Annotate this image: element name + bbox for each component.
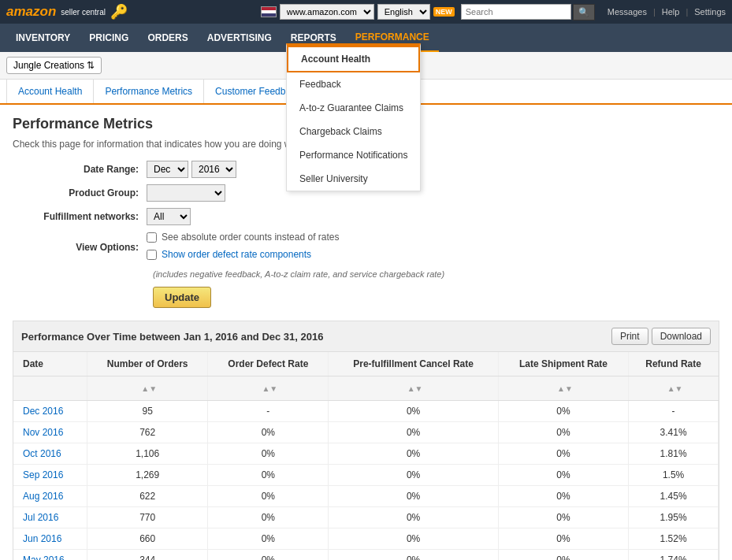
date-range-label: Date Range:	[13, 164, 147, 175]
nav-advertising[interactable]: ADVERTISING	[198, 24, 281, 51]
dropdown-item-account-health[interactable]: Account Health	[287, 46, 420, 72]
dropdown-item-seller-university[interactable]: Seller University	[287, 167, 420, 191]
table-row: May 2016 344 0% 0% 0% 1.74%	[13, 550, 719, 561]
key-icon: 🔑	[110, 3, 128, 20]
print-button[interactable]: Print	[611, 328, 648, 345]
table-actions: Print Download	[611, 328, 711, 345]
product-group-label: Product Group:	[13, 187, 147, 198]
fulfillment-row: Fulfillment networks: AllFBAMFN	[13, 208, 719, 225]
date-link[interactable]: Sep 2016	[23, 469, 63, 480]
top-header: amazon seller central 🔑 www.amazon.com E…	[0, 0, 732, 24]
dropdown-item-chargeback-claims[interactable]: Chargeback Claims	[287, 120, 420, 143]
date-range-value: Dec JanFebMarApr MayJunJulAug SepOctNov …	[147, 161, 236, 178]
table-row: Nov 2016 762 0% 0% 0% 3.41%	[13, 422, 719, 443]
sort-defect[interactable]: ▲▼	[262, 384, 277, 393]
table-row: Dec 2016 95 - 0% 0% -	[13, 401, 719, 422]
date-link[interactable]: May 2016	[23, 554, 65, 560]
search-area: 🔍	[461, 4, 595, 20]
flag-icon	[261, 6, 277, 17]
table-row: Sep 2016 1,269 0% 0% 0% 1.5%	[13, 465, 719, 486]
messages-link[interactable]: Messages	[608, 7, 647, 17]
dropdown-item-a-to-z-guarantee-claims[interactable]: A-to-z Guarantee Claims	[287, 96, 420, 120]
table-sort-row: ▲▼ ▲▼ ▲▼ ▲▼ ▲▼	[13, 376, 719, 401]
table-section: Performance Over Time between Jan 1, 201…	[13, 321, 719, 560]
dropdown-item-feedback[interactable]: Feedback	[287, 72, 420, 96]
col-defect: Order Defect Rate	[208, 352, 329, 376]
col-date: Date	[13, 352, 87, 376]
store-selector[interactable]: Jungle Creations ⇅	[6, 57, 102, 74]
date-range-year-select[interactable]: 2016201520142017	[191, 161, 236, 178]
domain-select[interactable]: www.amazon.com	[280, 4, 374, 20]
table-title: Performance Over Time between Jan 1, 201…	[21, 331, 323, 343]
checkbox-row-1: See absolute order counts instead of rat…	[147, 232, 339, 243]
checkbox-2-label: Show order defect rate components	[162, 249, 311, 260]
product-group-value	[147, 184, 225, 202]
checkbox-row-2: Show order defect rate components	[147, 249, 339, 260]
date-link[interactable]: Jun 2016	[23, 533, 61, 544]
table-header-bar: Performance Over Time between Jan 1, 201…	[13, 321, 719, 352]
fulfillment-label: Fulfillment networks:	[13, 211, 147, 222]
dropdown-item-performance-notifications[interactable]: Performance Notifications	[287, 143, 420, 167]
date-link[interactable]: Dec 2016	[23, 406, 63, 417]
absolute-orders-checkbox[interactable]	[147, 232, 157, 243]
top-links: Messages | Help | Settings	[608, 7, 726, 17]
download-button[interactable]: Download	[652, 328, 711, 345]
date-link[interactable]: Jul 2016	[23, 512, 58, 523]
date-range-month-select[interactable]: Dec JanFebMarApr MayJunJulAug SepOctNov	[147, 161, 188, 178]
table-row: Jun 2016 660 0% 0% 0% 1.52%	[13, 528, 719, 550]
region-select: www.amazon.com English NEW	[261, 4, 455, 20]
note-text: (includes negative feedback, A-to-z clai…	[153, 269, 719, 279]
defect-rate-checkbox[interactable]	[147, 250, 157, 260]
col-orders: Number of Orders	[87, 352, 208, 376]
col-cancel: Pre-fulfillment Cancel Rate	[329, 352, 499, 376]
view-options-label: View Options:	[13, 242, 147, 253]
logo-area: amazon seller central 🔑	[6, 3, 128, 20]
new-badge: NEW	[433, 7, 455, 17]
help-link[interactable]: Help	[662, 7, 680, 17]
seller-central-text: seller central	[61, 8, 106, 17]
amazon-logo: amazon	[6, 4, 56, 20]
date-link[interactable]: Oct 2016	[23, 448, 61, 459]
sub-nav-performance-metrics[interactable]: Performance Metrics	[94, 80, 204, 103]
nav-orders[interactable]: ORDERS	[138, 24, 197, 51]
nav-inventory[interactable]: INVENTORY	[6, 24, 80, 51]
performance-table: Date Number of Orders Order Defect Rate …	[13, 352, 719, 560]
sort-orders[interactable]: ▲▼	[141, 384, 157, 393]
view-options-row: View Options: See absolute order counts …	[13, 232, 719, 263]
sort-cancel[interactable]: ▲▼	[407, 384, 423, 393]
table-header-row: Date Number of Orders Order Defect Rate …	[13, 352, 719, 376]
performance-dropdown: Account HealthFeedbackA-to-z Guarantee C…	[286, 43, 421, 191]
search-button[interactable]: 🔍	[573, 4, 595, 20]
col-shipment: Late Shipment Rate	[498, 352, 628, 376]
settings-link[interactable]: Settings	[694, 7, 726, 17]
language-select[interactable]: English	[377, 4, 430, 20]
update-button[interactable]: Update	[153, 287, 211, 308]
table-row: Aug 2016 622 0% 0% 0% 1.45%	[13, 486, 719, 507]
date-link[interactable]: Aug 2016	[23, 491, 63, 502]
product-group-select[interactable]	[147, 184, 225, 202]
sort-refund[interactable]: ▲▼	[667, 384, 683, 393]
sub-nav-account-health[interactable]: Account Health	[6, 80, 94, 103]
date-link[interactable]: Nov 2016	[23, 427, 63, 438]
search-input[interactable]	[461, 4, 571, 20]
col-refund: Refund Rate	[629, 352, 719, 376]
fulfillment-value: AllFBAMFN	[147, 208, 191, 225]
table-row: Jul 2016 770 0% 0% 0% 1.95%	[13, 507, 719, 528]
fulfillment-select[interactable]: AllFBAMFN	[147, 208, 191, 225]
table-body: Dec 2016 95 - 0% 0% - Nov 2016 762 0% 0%…	[13, 401, 719, 561]
sort-shipment[interactable]: ▲▼	[557, 384, 573, 393]
nav-pricing[interactable]: PRICING	[80, 24, 138, 51]
table-row: Oct 2016 1,106 0% 0% 0% 1.81%	[13, 443, 719, 465]
checkbox-1-label: See absolute order counts instead of rat…	[162, 232, 339, 243]
